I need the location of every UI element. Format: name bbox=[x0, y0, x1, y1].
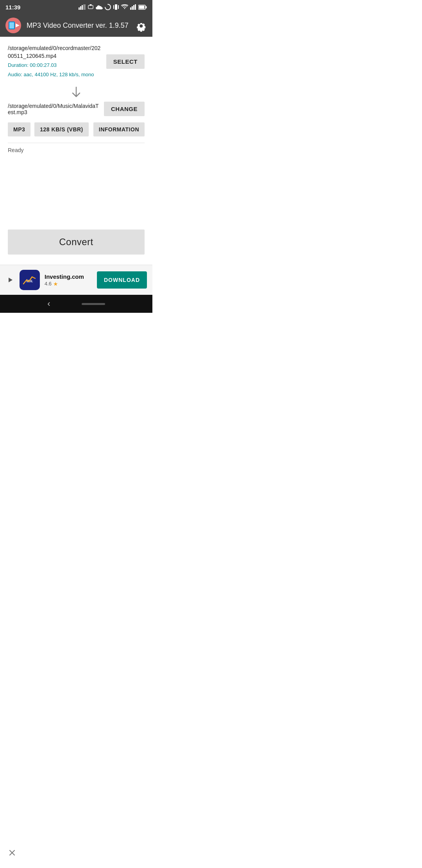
svg-rect-20 bbox=[9, 22, 14, 29]
svg-rect-8 bbox=[115, 4, 117, 10]
signal-bars-icon bbox=[79, 4, 86, 10]
investing-logo-icon: inv. bbox=[21, 271, 38, 289]
source-file-info: /storage/emulated/0/recordmaster/2020051… bbox=[8, 45, 106, 78]
svg-rect-14 bbox=[135, 4, 136, 10]
svg-rect-9 bbox=[113, 5, 114, 9]
ad-title: Investing.com bbox=[45, 273, 92, 280]
main-content: /storage/emulated/0/recordmaster/2020051… bbox=[0, 37, 152, 265]
play-icon bbox=[7, 277, 13, 283]
format-row: MP3 128 KB/S (VBR) INFORMATION bbox=[8, 122, 145, 136]
star-icon: ★ bbox=[53, 281, 58, 287]
nav-bar: ‹ bbox=[0, 295, 152, 313]
wifi-icon bbox=[121, 4, 128, 10]
output-file-path: /storage/emulated/0/Music/MalavidaTest.m… bbox=[8, 103, 104, 115]
svg-rect-5 bbox=[88, 5, 93, 9]
battery-icon bbox=[138, 5, 147, 10]
information-button[interactable]: INFORMATION bbox=[93, 122, 145, 136]
source-file-path: /storage/emulated/0/recordmaster/2020051… bbox=[8, 45, 102, 60]
status-text: Ready bbox=[8, 147, 145, 156]
format-mp3-button[interactable]: MP3 bbox=[8, 122, 30, 136]
source-duration: Duration: 00:00:27.03 bbox=[8, 61, 102, 69]
output-file-row: /storage/emulated/0/Music/MalavidaTest.m… bbox=[8, 102, 145, 116]
ad-logo: inv. bbox=[20, 270, 40, 290]
svg-rect-2 bbox=[82, 5, 83, 10]
svg-rect-1 bbox=[80, 6, 81, 10]
app-title: MP3 Video Converter ver. 1.9.57 bbox=[27, 22, 129, 30]
ad-rating: 4.6 ★ bbox=[45, 281, 92, 287]
arrow-row bbox=[8, 82, 145, 102]
back-button[interactable]: ‹ bbox=[47, 299, 50, 309]
select-button[interactable]: SELECT bbox=[106, 54, 145, 69]
svg-rect-13 bbox=[133, 5, 134, 10]
vibrate-icon bbox=[113, 4, 119, 10]
svg-rect-12 bbox=[132, 6, 133, 10]
app-bar: MP3 Video Converter ver. 1.9.57 bbox=[0, 14, 152, 37]
svg-rect-11 bbox=[130, 7, 131, 10]
bitrate-button[interactable]: 128 KB/S (VBR) bbox=[34, 122, 88, 136]
convert-button[interactable]: Convert bbox=[8, 230, 145, 255]
svg-rect-10 bbox=[118, 5, 119, 9]
divider bbox=[8, 143, 145, 143]
source-audio: Audio: aac, 44100 Hz, 128 kb/s, mono bbox=[8, 71, 102, 79]
mobile-network-icon bbox=[130, 4, 136, 10]
convert-button-container: Convert bbox=[8, 226, 145, 257]
app-logo bbox=[5, 18, 21, 33]
notification-icon bbox=[88, 4, 94, 10]
sync-icon bbox=[105, 4, 111, 10]
ad-rating-value: 4.6 bbox=[45, 281, 52, 287]
svg-rect-16 bbox=[146, 6, 147, 8]
status-icons bbox=[79, 4, 147, 10]
svg-point-7 bbox=[105, 4, 111, 10]
status-bar: 11:39 bbox=[0, 0, 152, 14]
source-file-row: /storage/emulated/0/recordmaster/2020051… bbox=[8, 45, 145, 78]
settings-icon[interactable] bbox=[134, 19, 147, 32]
svg-rect-17 bbox=[139, 5, 145, 9]
down-arrow-icon bbox=[70, 85, 83, 99]
ad-info: Investing.com 4.6 ★ bbox=[45, 273, 92, 287]
svg-rect-3 bbox=[83, 4, 84, 10]
ad-download-button[interactable]: DOWNLOAD bbox=[97, 271, 147, 289]
svg-marker-22 bbox=[9, 278, 13, 282]
cloud-icon bbox=[96, 5, 103, 10]
status-time: 11:39 bbox=[5, 4, 20, 11]
ad-play-icon[interactable] bbox=[5, 275, 15, 285]
svg-rect-6 bbox=[89, 4, 91, 6]
svg-rect-0 bbox=[79, 7, 80, 10]
svg-rect-4 bbox=[84, 4, 86, 10]
ad-banner: inv. Investing.com 4.6 ★ DOWNLOAD bbox=[0, 265, 152, 295]
change-button[interactable]: CHANGE bbox=[104, 102, 145, 116]
home-pill[interactable] bbox=[82, 303, 105, 305]
